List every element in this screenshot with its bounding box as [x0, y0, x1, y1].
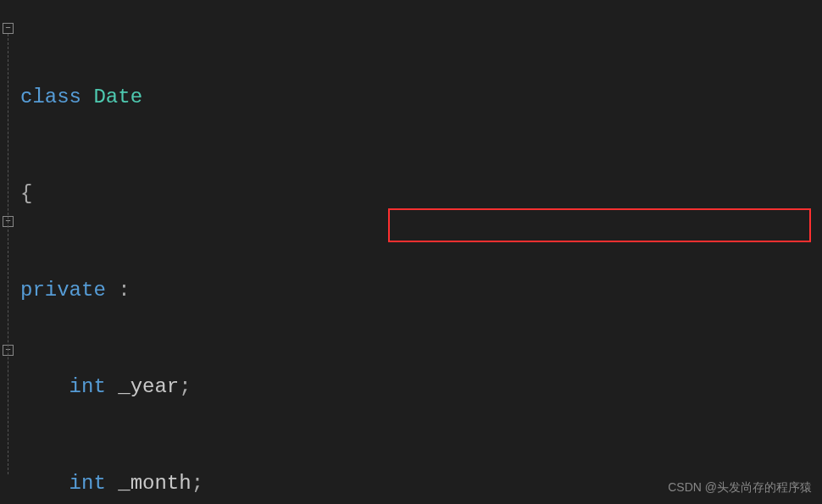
code-editor: − − − class Date { private : int _year; … — [0, 0, 822, 504]
code-line: private : — [20, 274, 822, 307]
code-content[interactable]: class Date { private : int _year; int _m… — [17, 0, 822, 504]
class-name: Date — [93, 81, 142, 114]
code-line: int _year; — [20, 371, 822, 403]
highlight-annotation — [388, 208, 811, 242]
code-line: { — [20, 178, 822, 210]
code-line: class Date — [20, 81, 822, 114]
fold-line — [8, 34, 8, 474]
watermark-text: CSDN @头发尚存的程序猿 — [668, 480, 812, 496]
keyword-class: class — [20, 81, 81, 114]
fold-icon-class[interactable]: − — [3, 23, 14, 34]
keyword-private: private — [20, 274, 106, 307]
fold-gutter: − − − — [0, 0, 17, 504]
